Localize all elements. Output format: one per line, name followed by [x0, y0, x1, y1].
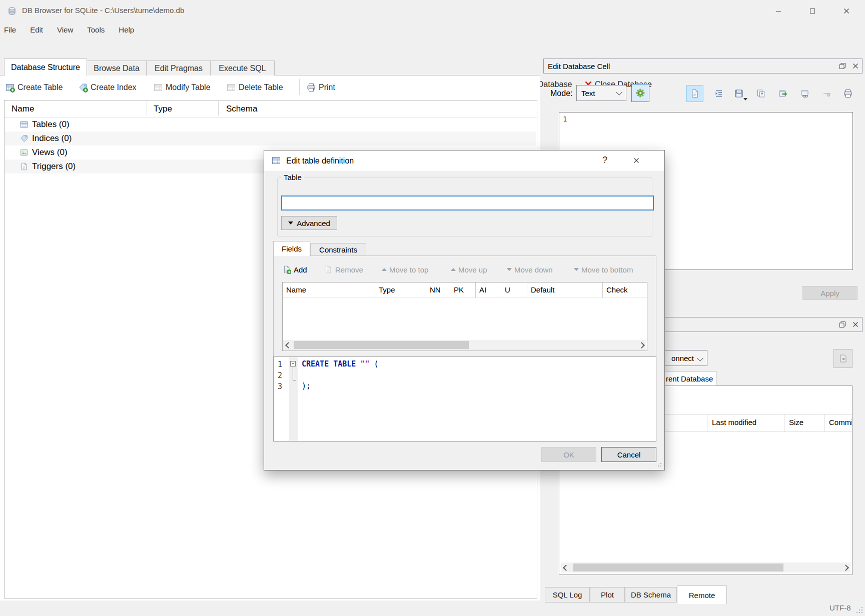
move-up-button[interactable]: Move up [451, 263, 487, 276]
tab-database-structure[interactable]: Database Structure [4, 58, 87, 76]
print-button[interactable]: Print [306, 81, 335, 94]
print-icon [306, 82, 316, 92]
column-check[interactable]: Check [603, 282, 647, 298]
tree-column-name[interactable]: Name [12, 104, 34, 114]
tab-fields[interactable]: Fields [273, 241, 310, 256]
open-in-app-icon-button[interactable] [796, 85, 813, 102]
title-bar: DB Browser for SQLite - C:\Users\turne\d… [0, 0, 865, 22]
trigger-icon [20, 162, 29, 171]
close-button[interactable] [835, 3, 858, 19]
copy-data-icon-button[interactable] [752, 85, 769, 102]
maximize-button[interactable] [801, 3, 824, 19]
scroll-left-icon[interactable] [283, 340, 293, 350]
print-cell-icon-button[interactable] [839, 85, 856, 102]
create-index-button[interactable]: Create Index [78, 81, 137, 94]
scroll-left-icon[interactable] [561, 562, 571, 572]
fields-table: Name Type NN PK AI U Default Check [282, 282, 647, 351]
scroll-right-icon[interactable] [636, 340, 646, 350]
float-panel-icon[interactable] [836, 60, 849, 72]
menu-file[interactable]: File [0, 26, 23, 34]
column-ai[interactable]: AI [476, 282, 501, 298]
fields-horizontal-scrollbar[interactable] [283, 340, 646, 350]
table-name-input[interactable] [281, 196, 654, 210]
menu-view[interactable]: View [50, 26, 80, 34]
column-size[interactable]: Size [789, 418, 803, 426]
fields-table-header: Name Type NN PK AI U Default Check [283, 282, 647, 298]
menu-bar: File Edit View Tools Help [0, 22, 865, 37]
tree-row-tables[interactable]: Tables (0) [5, 118, 536, 132]
fold-collapse-icon[interactable] [290, 361, 296, 366]
tab-browse-data[interactable]: Browse Data [86, 60, 147, 76]
add-field-button[interactable]: Add [282, 263, 307, 276]
null-value-icon-button[interactable] [818, 85, 835, 102]
dialog-resize-grip[interactable] [655, 460, 661, 466]
cell-settings-button[interactable] [631, 84, 649, 102]
ok-button[interactable]: OK [541, 447, 596, 462]
tab-remote[interactable]: Remote [677, 586, 727, 604]
move-down-button[interactable]: Move down [507, 263, 553, 276]
modify-table-button[interactable]: Modify Table [153, 81, 211, 94]
tab-sql-log[interactable]: SQL Log [545, 587, 590, 602]
column-type[interactable]: Type [375, 282, 426, 298]
tree-column-schema[interactable]: Schema [226, 104, 257, 114]
dialog-title-bar[interactable]: Edit table definition ? [264, 150, 664, 171]
tree-column-type[interactable]: Type [154, 104, 172, 114]
dialog-close-button[interactable] [632, 156, 640, 164]
dialog-help-button[interactable]: ? [597, 154, 612, 166]
remove-field-button[interactable]: Remove [324, 263, 363, 276]
tree-header: Name Type Schema [5, 100, 537, 118]
text-mode-icon-button[interactable] [686, 85, 703, 102]
column-default[interactable]: Default [527, 282, 603, 298]
scroll-right-icon[interactable] [840, 562, 850, 572]
indent-icon [714, 88, 724, 98]
scrollbar-thumb[interactable] [573, 564, 783, 572]
clone-database-button[interactable] [833, 349, 852, 368]
tab-edit-pragmas[interactable]: Edit Pragmas [146, 60, 211, 76]
move-up-icon [451, 268, 456, 271]
tab-db-schema[interactable]: DB Schema [625, 587, 677, 602]
gear-icon [635, 88, 645, 98]
word-wrap-icon-button[interactable] [710, 85, 727, 102]
close-panel-icon[interactable] [849, 319, 862, 330]
apply-button[interactable]: Apply [802, 286, 857, 300]
menu-edit[interactable]: Edit [23, 26, 50, 34]
tab-plot[interactable]: Plot [590, 587, 625, 602]
cancel-button[interactable]: Cancel [601, 447, 656, 462]
scrollbar-thumb[interactable] [294, 341, 469, 349]
column-commit[interactable]: Commit [829, 418, 852, 426]
delete-table-button[interactable]: Delete Table [226, 81, 283, 94]
minimize-button[interactable] [767, 3, 790, 19]
move-to-top-button[interactable]: Move to top [382, 263, 428, 276]
advanced-toggle-button[interactable]: Advanced [281, 216, 337, 230]
tab-execute-sql[interactable]: Execute SQL [210, 60, 275, 76]
move-to-bottom-icon [574, 268, 579, 271]
set-null-icon [822, 88, 832, 98]
dialog-table-icon [271, 156, 281, 166]
edit-table-definition-dialog: Edit table definition ? Table Advanced F… [264, 150, 665, 470]
menu-help[interactable]: Help [112, 26, 141, 34]
column-nn[interactable]: NN [426, 282, 450, 298]
menu-tools[interactable]: Tools [80, 26, 112, 34]
move-to-bottom-button[interactable]: Move to bottom [574, 263, 633, 276]
window-resize-grip[interactable] [856, 607, 862, 613]
import-dropdown-arrow[interactable] [743, 98, 747, 100]
remove-icon [324, 265, 333, 274]
link-icon [800, 88, 810, 98]
encoding-status[interactable]: UTF-8 [829, 604, 851, 612]
chevron-down-icon [616, 89, 622, 96]
tree-row-indices[interactable]: Indices (0) [5, 132, 536, 146]
column-name[interactable]: Name [283, 282, 375, 298]
mode-select[interactable]: Text [576, 85, 626, 101]
dialog-title: Edit table definition [286, 156, 354, 166]
sql-preview[interactable]: 1 2 3 CREATE TABLE "" ( ); [273, 356, 656, 442]
column-u[interactable]: U [501, 282, 527, 298]
close-panel-icon[interactable] [849, 60, 862, 72]
float-panel-icon[interactable] [836, 319, 849, 330]
tab-constraints[interactable]: Constraints [310, 243, 366, 256]
column-pk[interactable]: PK [450, 282, 476, 298]
export-data-icon-button[interactable] [774, 85, 791, 102]
add-icon [282, 265, 291, 274]
column-last-modified[interactable]: Last modified [712, 418, 756, 426]
remote-horizontal-scrollbar[interactable] [561, 562, 850, 572]
create-table-button[interactable]: Create Table [5, 81, 63, 94]
